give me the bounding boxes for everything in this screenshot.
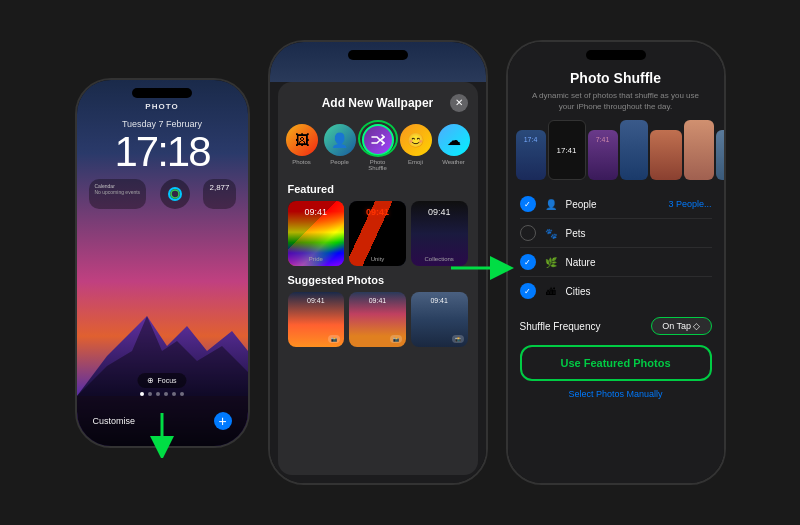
people-type[interactable]: 👤 People	[324, 124, 356, 171]
featured-grid: 09:41 Pride 09:41 Unity 09:41	[288, 201, 468, 266]
s-time-3: 09:41	[430, 297, 448, 304]
modal-title: Add New Wallpaper	[306, 96, 450, 110]
nature-category-name: Nature	[566, 257, 712, 268]
people-checkbox[interactable]: ✓	[520, 196, 536, 212]
cities-checkbox[interactable]: ✓	[520, 283, 536, 299]
unity-time: 09:41	[366, 207, 389, 217]
photo-thumb-landscape	[716, 130, 724, 180]
pride-time: 09:41	[305, 207, 328, 217]
steps-widget: 2,877	[203, 179, 235, 209]
page-dot	[164, 392, 168, 396]
phone1-date: Tuesday 7 February	[77, 115, 248, 131]
cities-category-icon: 🏙	[544, 284, 558, 298]
suggested-grid: 09:41 📸 09:41 📸 09:41 📸	[288, 292, 468, 347]
customise-label: Customise	[93, 416, 136, 426]
photo-thumb-face	[684, 120, 714, 180]
unity-name: Unity	[349, 256, 406, 262]
select-photos-manually-link[interactable]: Select Photos Manually	[508, 385, 724, 403]
shuffle-label: Photo Shuffle	[362, 159, 394, 171]
page-dot	[156, 392, 160, 396]
collections-time: 09:41	[428, 207, 451, 217]
phone1-widgets: Calendar No upcoming events 2,877	[77, 173, 248, 215]
page-dot	[148, 392, 152, 396]
weather-type[interactable]: ☁ Weather	[438, 124, 470, 171]
weather-label: Weather	[442, 159, 465, 165]
featured-section-title: Featured	[288, 183, 468, 195]
focus-indicator: ⊕ Focus	[137, 373, 186, 388]
modal-close-button[interactable]: ✕	[450, 94, 468, 112]
customise-button[interactable]: Customise	[93, 416, 136, 426]
svg-point-1	[171, 190, 179, 198]
add-wallpaper-button[interactable]: +	[214, 412, 232, 430]
page-dot	[180, 392, 184, 396]
use-featured-photos-button[interactable]: Use Featured Photos	[520, 345, 712, 381]
people-label: People	[330, 159, 349, 165]
pride-name: Pride	[288, 256, 345, 262]
activity-widget	[160, 179, 190, 209]
unity-wallpaper[interactable]: 09:41 Unity	[349, 201, 406, 266]
phone1-label: PHOTO	[145, 102, 178, 111]
photo-shuffle-desc: A dynamic set of photos that shuffle as …	[524, 90, 708, 112]
photo-thumb-portrait	[650, 130, 682, 180]
photo-thumb-blue: 17:4	[516, 130, 546, 180]
photo-thumb-purple: 7:41	[588, 130, 618, 180]
shuffle-freq-selector[interactable]: On Tap ◇	[651, 317, 711, 335]
phone1-time: 17:18	[77, 131, 248, 173]
suggested-section-title: Suggested Photos	[288, 274, 468, 286]
calendar-widget: Calendar No upcoming events	[89, 179, 147, 209]
shuffle-highlight-circle	[358, 120, 398, 157]
photos-label: Photos	[292, 159, 311, 165]
cities-category-name: Cities	[566, 286, 712, 297]
phone3: Photo Shuffle A dynamic set of photos th…	[506, 40, 726, 485]
category-nature[interactable]: ✓ 🌿 Nature	[520, 248, 712, 277]
shuffle-frequency-row: Shuffle Frequency On Tap ◇	[508, 313, 724, 339]
phone2-bg	[270, 42, 486, 82]
photo-shuffle-type[interactable]: Photo Shuffle	[362, 124, 394, 171]
suggested-sunset[interactable]: 09:41 📸	[288, 292, 345, 347]
emoji-icon: 😊	[400, 124, 432, 156]
suggested-city[interactable]: 09:41 📸	[349, 292, 406, 347]
s-time-2: 09:41	[369, 297, 387, 304]
camera-pill-3	[586, 50, 646, 60]
camera-pill	[132, 88, 192, 98]
photo-shuffle-title: Photo Shuffle	[524, 70, 708, 86]
people-category-action[interactable]: 3 People...	[668, 199, 711, 209]
people-category-icon: 👤	[544, 197, 558, 211]
pets-checkbox[interactable]	[520, 225, 536, 241]
weather-icon: ☁	[438, 124, 470, 156]
shuffle-freq-value: On Tap ◇	[662, 321, 700, 331]
s-time-1: 09:41	[307, 297, 325, 304]
category-cities[interactable]: ✓ 🏙 Cities	[520, 277, 712, 305]
camera-pill-2	[348, 50, 408, 60]
photo-strip: 17:4 17:41 7:41	[508, 120, 724, 180]
phone1: PHOTO Tuesday 7 February 17:18 Calendar …	[75, 78, 250, 448]
people-category-name: People	[566, 199, 661, 210]
green-arrow-pets	[446, 253, 516, 283]
nature-checkbox[interactable]: ✓	[520, 254, 536, 270]
categories-list: ✓ 👤 People 3 People... 🐾 Pets ✓ 🌿 Nature	[508, 190, 724, 305]
page-dots	[140, 392, 184, 396]
photo-thumb-time: 17:41	[548, 120, 586, 180]
people-icon: 👤	[324, 124, 356, 156]
page-dot	[172, 392, 176, 396]
pride-wallpaper[interactable]: 09:41 Pride	[288, 201, 345, 266]
emoji-label: Emoji	[408, 159, 423, 165]
emoji-type[interactable]: 😊 Emoji	[400, 124, 432, 171]
pets-category-name: Pets	[566, 228, 712, 239]
photos-icon: 🖼	[286, 124, 318, 156]
category-people[interactable]: ✓ 👤 People 3 People...	[520, 190, 712, 219]
green-arrow-1	[142, 408, 182, 458]
shuffle-freq-label: Shuffle Frequency	[520, 321, 601, 332]
nature-category-icon: 🌿	[544, 255, 558, 269]
wallpaper-type-icons: 🖼 Photos 👤 People	[288, 124, 468, 171]
category-pets[interactable]: 🐾 Pets	[520, 219, 712, 248]
modal-header: Add New Wallpaper ✕	[288, 94, 468, 112]
suggested-urban[interactable]: 09:41 📸	[411, 292, 468, 347]
photo-thumb-ocean	[620, 120, 648, 180]
photos-type[interactable]: 🖼 Photos	[286, 124, 318, 171]
pets-category-icon: 🐾	[544, 226, 558, 240]
page-dot	[140, 392, 144, 396]
